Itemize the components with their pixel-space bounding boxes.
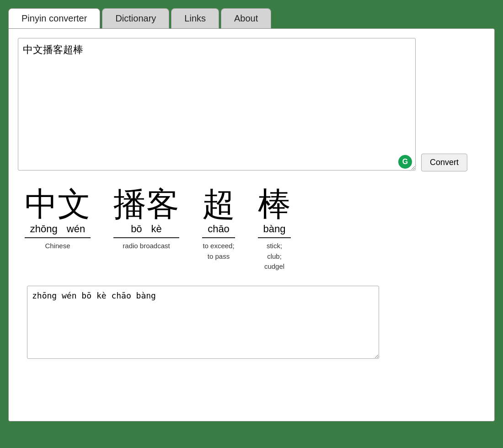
pinyin-output[interactable]: zhōng wén bō kè chāo bàng — [27, 286, 379, 359]
word-block-bang: 棒 bàng stick;club;cudgel — [251, 186, 298, 272]
word-chars-boke: 播 客 — [113, 186, 179, 222]
tab-bar: Pinyin converter Dictionary Links About — [5, 5, 498, 28]
convert-button[interactable]: Convert — [421, 154, 467, 171]
tab-dictionary[interactable]: Dictionary — [102, 8, 169, 28]
grammarly-icon[interactable]: G — [398, 155, 412, 169]
word-chars-chao: 超 — [202, 186, 235, 222]
char-bo: 播 — [113, 186, 146, 222]
pinyin-chao: chāo — [208, 223, 230, 235]
word-meaning-zhongwen: Chinese — [45, 241, 70, 251]
input-wrapper: 中文播客超棒 G — [18, 38, 416, 172]
word-chars-bang: 棒 — [258, 186, 291, 222]
word-meaning-chao: to exceed;to pass — [203, 241, 234, 261]
char-display-row: 中 文 zhōng wén Chinese 播 客 bō kè — [18, 186, 485, 272]
word-meaning-boke: radio broadcast — [123, 241, 170, 251]
char-zhong: 中 — [25, 186, 58, 222]
word-meaning-bang: stick;club;cudgel — [264, 241, 284, 272]
pinyin-bo: bō — [131, 223, 142, 235]
main-panel: 中文播客超棒 G Convert 中 文 zhōng wén Chinese — [8, 28, 495, 421]
tab-about[interactable]: About — [221, 8, 271, 28]
word-chars-zhongwen: 中 文 — [25, 186, 91, 222]
pinyin-zhong: zhōng — [30, 223, 58, 235]
word-pinyin-chao: chāo — [202, 223, 235, 238]
word-pinyin-boke: bō kè — [113, 223, 179, 238]
word-block-zhongwen: 中 文 zhōng wén Chinese — [18, 186, 97, 251]
char-chao: 超 — [202, 186, 235, 222]
pinyin-bang: bàng — [263, 223, 286, 235]
app-container: Pinyin converter Dictionary Links About … — [5, 5, 498, 425]
output-section: zhōng wén bō kè chāo bàng — [18, 286, 485, 361]
pinyin-ke: kè — [151, 223, 162, 235]
tab-links[interactable]: Links — [171, 8, 219, 28]
tab-pinyin-converter[interactable]: Pinyin converter — [8, 8, 100, 28]
word-pinyin-zhongwen: zhōng wén — [25, 223, 91, 238]
input-row: 中文播客超棒 G Convert — [18, 38, 485, 172]
word-pinyin-bang: bàng — [258, 223, 291, 238]
chinese-input[interactable]: 中文播客超棒 — [18, 38, 416, 171]
char-bang: 棒 — [258, 186, 291, 222]
char-wen: 文 — [58, 186, 91, 222]
word-block-boke: 播 客 bō kè radio broadcast — [107, 186, 186, 251]
pinyin-wen: wén — [67, 223, 85, 235]
word-block-chao: 超 chāo to exceed;to pass — [195, 186, 242, 261]
char-ke: 客 — [146, 186, 179, 222]
